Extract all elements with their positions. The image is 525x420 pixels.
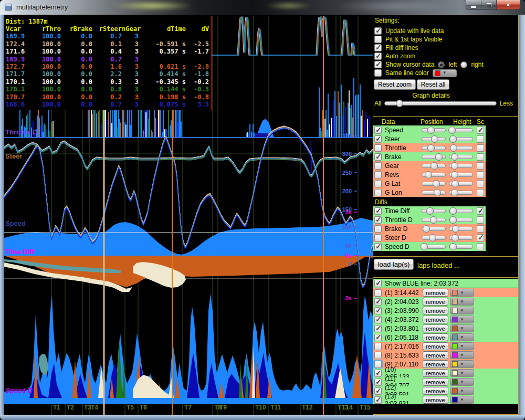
- channel-visible-checkbox[interactable]: [374, 127, 382, 134]
- position-slider-thumb[interactable]: [421, 243, 428, 250]
- scale-checkbox[interactable]: [477, 243, 484, 250]
- lap-visible-checkbox[interactable]: [374, 379, 382, 386]
- lap-visible-checkbox[interactable]: [374, 396, 382, 404]
- position-slider[interactable]: [422, 236, 446, 240]
- position-slider-thumb[interactable]: [433, 180, 440, 187]
- scale-checkbox[interactable]: [477, 189, 484, 196]
- scale-checkbox[interactable]: [477, 162, 484, 170]
- channel-visible-checkbox[interactable]: [374, 216, 382, 224]
- position-slider[interactable]: [422, 209, 446, 213]
- height-slider-thumb[interactable]: [451, 171, 458, 178]
- reset-zoom-button[interactable]: Reset zoom: [374, 79, 416, 90]
- height-slider-thumb[interactable]: [449, 135, 457, 143]
- scale-checkbox[interactable]: [477, 225, 484, 233]
- scale-checkbox[interactable]: [477, 207, 484, 215]
- lap-color-dropdown[interactable]: ▼: [450, 351, 474, 359]
- remove-lap-button[interactable]: remove: [423, 360, 448, 368]
- position-slider-thumb[interactable]: [425, 171, 432, 178]
- channel-visible-checkbox[interactable]: [374, 135, 382, 143]
- height-slider[interactable]: [449, 155, 473, 159]
- lap-visible-checkbox[interactable]: [374, 361, 382, 368]
- height-slider[interactable]: [449, 173, 473, 177]
- height-slider-thumb[interactable]: [451, 189, 458, 196]
- remove-lap-button[interactable]: remove: [423, 387, 448, 395]
- height-slider[interactable]: [449, 128, 473, 132]
- position-slider-thumb[interactable]: [434, 189, 441, 196]
- height-slider-thumb[interactable]: [452, 234, 459, 242]
- remove-lap-button[interactable]: remove: [423, 324, 448, 332]
- telemetry-chart-area[interactable]: T1T2T3T4T5T6T7T8T9T10T11T12T13T14T153503…: [4, 15, 373, 415]
- scale-checkbox[interactable]: [477, 135, 484, 143]
- maximize-button[interactable]: [481, 0, 497, 10]
- height-slider-thumb[interactable]: [450, 144, 457, 152]
- position-slider-thumb[interactable]: [427, 144, 435, 152]
- lap-color-dropdown[interactable]: ▼: [450, 333, 474, 341]
- lap-visible-checkbox[interactable]: [374, 307, 382, 314]
- position-slider-thumb[interactable]: [430, 216, 437, 224]
- height-slider-thumb[interactable]: [449, 243, 457, 250]
- load-laps-button[interactable]: load lap(s): [374, 259, 414, 270]
- lap-color-dropdown[interactable]: ▼: [450, 289, 474, 297]
- position-slider-thumb[interactable]: [427, 127, 435, 134]
- lap-visible-checkbox[interactable]: [374, 387, 382, 395]
- lap-color-dropdown[interactable]: ▼: [450, 342, 474, 350]
- lap-color-dropdown[interactable]: ▼: [450, 387, 474, 395]
- position-slider-thumb[interactable]: [431, 135, 438, 143]
- height-slider[interactable]: [449, 164, 473, 168]
- lap-visible-checkbox[interactable]: [374, 289, 382, 297]
- position-slider[interactable]: [422, 155, 446, 159]
- remove-lap-button[interactable]: remove: [423, 369, 448, 377]
- height-slider[interactable]: [449, 245, 473, 249]
- remove-lap-button[interactable]: remove: [423, 289, 448, 297]
- lap-visible-checkbox[interactable]: [374, 298, 382, 306]
- show-blue-line-checkbox[interactable]: [374, 280, 382, 287]
- lap-color-dropdown[interactable]: ▼: [450, 360, 474, 368]
- close-button[interactable]: ✕: [497, 0, 520, 10]
- position-slider[interactable]: [422, 227, 446, 231]
- setting-checkbox-update-with-live-data[interactable]: [374, 27, 382, 35]
- lap-color-dropdown[interactable]: ▼: [450, 298, 474, 306]
- height-slider[interactable]: [449, 209, 473, 213]
- lap-color-dropdown[interactable]: ▼: [450, 324, 474, 332]
- position-slider-thumb[interactable]: [429, 234, 436, 242]
- channel-visible-checkbox[interactable]: [374, 162, 382, 170]
- line-color-dropdown[interactable]: ▼: [433, 69, 457, 77]
- height-slider-thumb[interactable]: [448, 127, 456, 134]
- position-slider[interactable]: [422, 137, 446, 141]
- position-slider[interactable]: [422, 245, 446, 249]
- setting-checkbox-same-line-color[interactable]: [374, 69, 382, 77]
- remove-lap-button[interactable]: remove: [423, 307, 448, 314]
- position-slider-thumb[interactable]: [423, 225, 430, 233]
- position-slider-thumb[interactable]: [426, 207, 434, 215]
- reset-all-button[interactable]: Reset all: [417, 79, 449, 90]
- height-slider-thumb[interactable]: [449, 216, 457, 224]
- remove-lap-button[interactable]: remove: [423, 378, 448, 386]
- height-slider[interactable]: [449, 146, 473, 150]
- lap-color-dropdown[interactable]: ▼: [450, 378, 474, 386]
- setting-checkbox-auto-zoom[interactable]: [374, 52, 382, 60]
- lap-visible-checkbox[interactable]: [374, 352, 382, 359]
- height-slider[interactable]: [449, 218, 473, 222]
- remove-lap-button[interactable]: remove: [423, 342, 448, 350]
- channel-visible-checkbox[interactable]: [374, 225, 382, 233]
- position-slider[interactable]: [422, 146, 446, 150]
- setting-checkbox-fill-diff-lines[interactable]: [374, 44, 382, 51]
- channel-visible-checkbox[interactable]: [374, 171, 382, 178]
- remove-lap-button[interactable]: remove: [423, 396, 448, 404]
- cursor-side-radio-left[interactable]: [438, 61, 445, 68]
- scale-checkbox[interactable]: [477, 153, 484, 161]
- channel-visible-checkbox[interactable]: [374, 180, 382, 187]
- height-slider-thumb[interactable]: [451, 162, 458, 170]
- scale-checkbox[interactable]: [477, 234, 484, 242]
- lap-visible-checkbox[interactable]: [374, 316, 382, 323]
- remove-lap-button[interactable]: remove: [423, 316, 448, 323]
- setting-checkbox-pit-1st-laps-visible[interactable]: [374, 36, 382, 43]
- setting-checkbox-show-cursor-data[interactable]: [374, 61, 382, 68]
- scale-checkbox[interactable]: [477, 127, 484, 134]
- graph-details-thumb[interactable]: [396, 100, 403, 107]
- remove-lap-button[interactable]: remove: [423, 333, 448, 341]
- height-slider-thumb[interactable]: [451, 153, 458, 161]
- position-slider-thumb[interactable]: [430, 162, 438, 170]
- position-slider[interactable]: [422, 182, 446, 186]
- scale-checkbox[interactable]: [477, 180, 484, 187]
